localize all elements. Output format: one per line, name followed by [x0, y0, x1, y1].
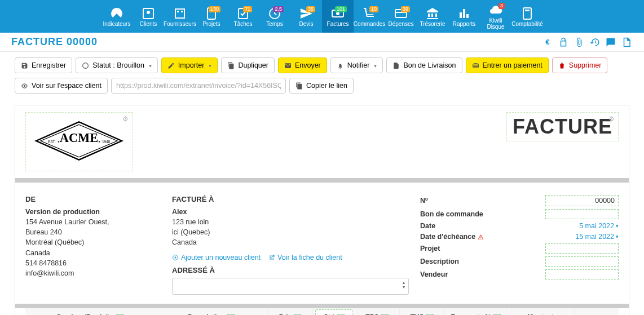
project-value[interactable]: [545, 243, 619, 254]
svg-point-18: [83, 63, 89, 68]
from-phone: 514 8478816: [25, 258, 166, 268]
toolbar: Enregistrer Statut : Brouillon▾ Importer…: [0, 52, 644, 73]
copy-link-button[interactable]: Copier le lien: [289, 78, 354, 94]
nav-kiwili disque[interactable]: 3Kiwili Disque: [480, 0, 511, 33]
payment-button[interactable]: Entrer un paiement: [466, 57, 549, 73]
page-header: FACTURE 00000 €: [0, 33, 644, 52]
nav-comptabilité[interactable]: Comptabilité: [511, 0, 543, 33]
view-client-button[interactable]: Voir sur l'espace client: [15, 78, 108, 94]
logo-box[interactable]: ⚙ ACME EST. 1948: [25, 112, 133, 171]
due-value[interactable]: 15 mai 2022▾: [575, 233, 619, 241]
delivery-button[interactable]: Bon de Livraison: [386, 57, 462, 73]
badge: 10: [369, 6, 378, 12]
svg-rect-13: [460, 12, 462, 18]
nav-label: Fournisseurs: [164, 21, 196, 27]
svg-rect-4: [181, 11, 183, 12]
copy-label: Copier le lien: [306, 82, 347, 90]
svg-rect-15: [466, 14, 469, 18]
doc-title-box[interactable]: ⚙ FACTURE: [506, 112, 619, 141]
no-label: Nº: [420, 197, 428, 205]
th-escompte[interactable]: Escompte %✓: [445, 308, 507, 316]
svg-rect-17: [525, 10, 530, 11]
nav-label: Clients: [140, 21, 157, 27]
import-label: Importer: [178, 61, 205, 69]
date-label: Date: [420, 222, 435, 230]
th-montant[interactable]: Montant: [507, 308, 575, 316]
view-client-link[interactable]: Voir la fiche du client: [268, 254, 342, 261]
tasks-icon: 71: [236, 6, 250, 21]
nav-factures[interactable]: 101Factures: [322, 0, 354, 33]
nav-label: Comptabilité: [511, 21, 543, 27]
badge: 130: [209, 6, 220, 12]
th-description[interactable]: Description✓: [155, 308, 268, 316]
addr-heading: ADRESSÉ À: [172, 266, 414, 274]
comment-icon[interactable]: [605, 36, 617, 48]
suppliers-icon: [173, 6, 187, 21]
delete-button[interactable]: Supprimer: [552, 57, 608, 73]
nav-commandes[interactable]: 10Commandes: [354, 0, 385, 33]
bank-icon: [426, 6, 439, 21]
po-value[interactable]: [545, 209, 619, 219]
address-select[interactable]: ▴▾: [172, 278, 409, 295]
euro-icon[interactable]: €: [541, 36, 554, 48]
desc-value[interactable]: [545, 256, 619, 267]
nav-temps[interactable]: 2,5Temps: [259, 0, 290, 33]
th-tps[interactable]: TPS✓: [355, 308, 400, 316]
view-client-label: Voir la fiche du client: [277, 254, 342, 261]
pdf-icon[interactable]: [620, 36, 633, 48]
svg-point-25: [58, 141, 59, 142]
paperclip-icon[interactable]: [573, 36, 585, 48]
svg-text:ACME: ACME: [60, 131, 98, 145]
nav-clients[interactable]: Clients: [133, 0, 164, 33]
warning-icon: [478, 233, 484, 241]
share-url-input[interactable]: [111, 78, 286, 94]
import-button[interactable]: Importer▾: [161, 57, 218, 73]
send-button[interactable]: Envoyer: [278, 57, 327, 73]
nav-fournisseurs[interactable]: Fournisseurs: [164, 0, 196, 33]
th-price[interactable]: Prix✓: [268, 308, 313, 316]
nav-rapports[interactable]: Rapports: [448, 0, 480, 33]
gear-icon[interactable]: ⚙: [122, 115, 129, 123]
vendor-value[interactable]: [545, 269, 619, 279]
page-title: FACTURE 00000: [11, 36, 98, 48]
no-value[interactable]: 00000: [545, 195, 619, 206]
notify-button[interactable]: Notifier▾: [330, 57, 383, 73]
nav-indicateurs[interactable]: Indicateurs: [101, 0, 133, 33]
chart-icon: [457, 6, 471, 21]
th-services[interactable]: Services/Produits✓: [25, 308, 155, 316]
delivery-label: Bon de Livraison: [403, 61, 456, 69]
nav-trésorerie[interactable]: Trésorerie: [417, 0, 448, 33]
nav-label: Temps: [266, 21, 283, 27]
bill-country: Canada: [172, 237, 414, 247]
history-icon[interactable]: [589, 36, 601, 48]
nav-label: Factures: [327, 21, 349, 27]
clients-icon: [142, 6, 155, 21]
from-addr2: Bureau 240: [25, 227, 166, 237]
nav-tâches[interactable]: 71Tâches: [227, 0, 259, 33]
badge: 71: [243, 6, 252, 12]
badge: 2,5: [273, 6, 284, 12]
gear-icon[interactable]: ⚙: [608, 115, 615, 123]
svg-point-26: [99, 141, 100, 142]
date-value[interactable]: 5 mai 2022▾: [579, 222, 619, 230]
add-client-link[interactable]: Ajouter un nouveau client: [172, 254, 261, 261]
th-qty[interactable]: Qté✓: [315, 309, 352, 315]
nav-label: Rapports: [453, 21, 476, 27]
bill-to-block: FACTURÉ À Alex 123 rue loin ici (Quebec)…: [172, 195, 414, 295]
company-logo: ACME EST. 1948: [34, 118, 124, 163]
nav-label: Kiwili Disque: [481, 17, 510, 30]
nav-devis[interactable]: 35Devis: [290, 0, 322, 33]
th-tvq[interactable]: TVQ✓: [400, 308, 445, 316]
bill-addr1: 123 rue loin: [172, 217, 414, 227]
nav-dépenses[interactable]: 39Dépenses: [385, 0, 417, 33]
save-button[interactable]: Enregistrer: [15, 57, 72, 73]
duplicate-label: Dupliquer: [238, 61, 268, 69]
from-heading: DE: [25, 195, 166, 203]
payment-label: Entrer un paiement: [483, 61, 542, 69]
duplicate-button[interactable]: Dupliquer: [221, 57, 275, 73]
dashboard-icon: [110, 6, 123, 21]
lock-open-icon[interactable]: [557, 36, 570, 48]
nav-projets[interactable]: 130Projets: [196, 0, 227, 33]
from-email: info@kiwili.com: [25, 268, 166, 278]
status-dropdown[interactable]: Statut : Brouillon▾: [76, 57, 158, 73]
